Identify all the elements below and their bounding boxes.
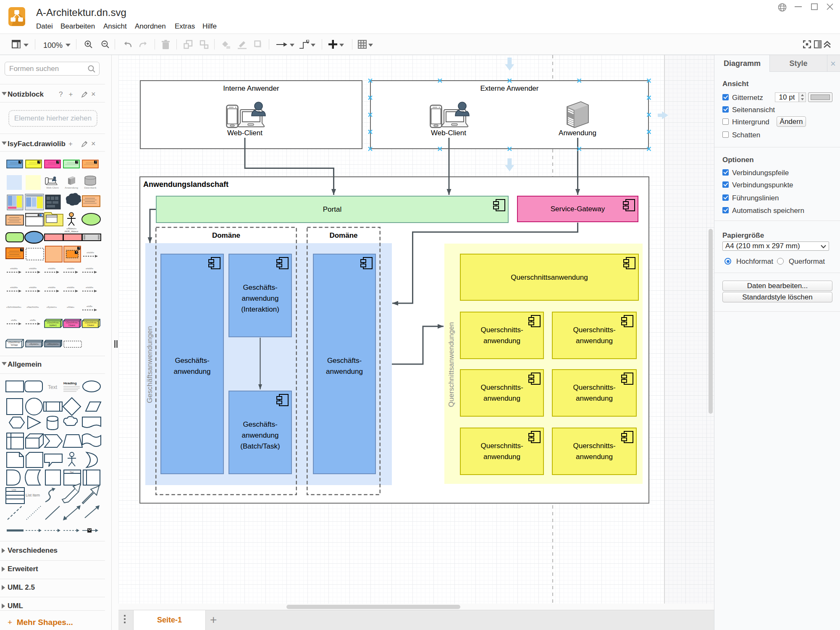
svg-text:«System»: «System» — [29, 343, 39, 345]
svg-text:«Altsystem»: «Altsystem» — [47, 343, 58, 345]
svg-text:Text: Text — [48, 384, 58, 390]
svg-text:«Alias»: «Alias» — [67, 306, 74, 308]
svg-text:«nutzt»: «nutzt» — [86, 267, 93, 270]
svg-text:«Nachricht»: «Nachricht» — [26, 306, 39, 308]
svg-text:«nutzt»: «nutzt» — [67, 267, 74, 270]
svg-text:«nutzt»: «nutzt» — [48, 286, 55, 289]
svg-text:Titel: Titel — [70, 471, 74, 473]
svg-text:«ruft»: «ruft» — [11, 319, 17, 321]
svg-text:«Akteur»: «Akteur» — [66, 227, 77, 230]
svg-text:«ruft»: «ruft» — [30, 319, 36, 321]
svg-text:(später): (später) — [49, 324, 57, 326]
svg-text:«Schnittstelle»: «Schnittstelle» — [6, 306, 21, 308]
svg-text:AKR_Akteur: AKR_Akteur — [64, 230, 78, 233]
svg-text:«nutzt»: «nutzt» — [48, 267, 55, 270]
svg-text:Vorlage: Vorlage — [11, 344, 18, 346]
svg-text:Liste: Liste — [12, 488, 16, 491]
svg-text:Heading: Heading — [63, 381, 77, 385]
svg-text:«nutzt»: «nutzt» — [86, 286, 93, 289]
svg-text:«nutzt»: «nutzt» — [67, 286, 74, 289]
svg-text:«nutzt»: «nutzt» — [10, 267, 18, 270]
svg-text:Datenbank: Datenbank — [84, 186, 97, 189]
svg-text:Web-Client: Web-Client — [46, 186, 59, 189]
svg-text:«nutzt»: «nutzt» — [29, 286, 37, 289]
svg-text:«System»: «System» — [47, 306, 57, 308]
svg-text:List Item: List Item — [26, 493, 40, 497]
svg-text:«nutzt»: «nutzt» — [29, 267, 37, 270]
svg-text:«nutzt»: «nutzt» — [10, 286, 18, 289]
svg-text:«nutzt»: «nutzt» — [87, 251, 94, 254]
svg-text:«ruft»: «ruft» — [87, 305, 92, 307]
svg-text:Clearer: Clearer — [87, 324, 94, 326]
svg-text:Anwendung: Anwendung — [65, 186, 78, 189]
svg-text:Clearer: Clearer — [68, 324, 76, 326]
